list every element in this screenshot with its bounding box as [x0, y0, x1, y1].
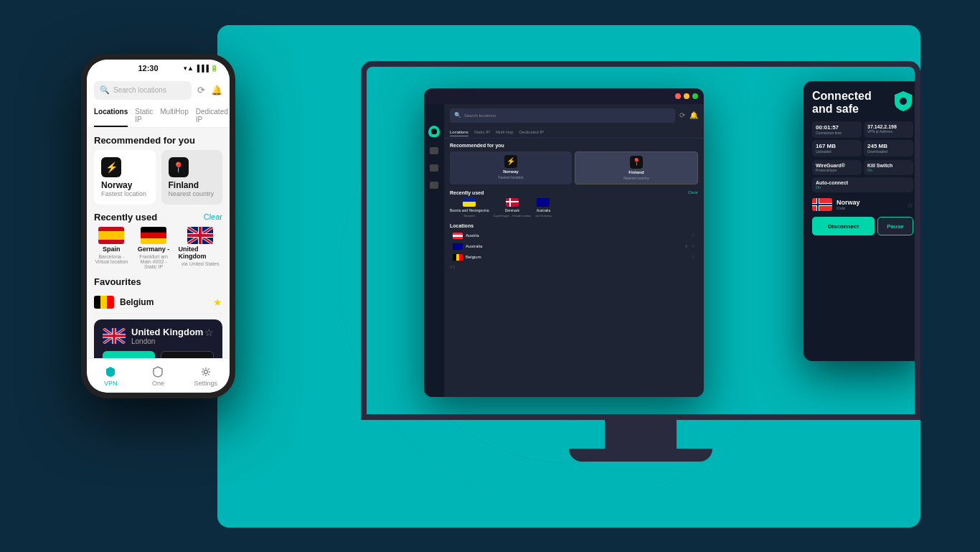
- phone-recommended-title: Recommended for you: [94, 128, 222, 150]
- monitor-stand: [605, 420, 677, 449]
- scene: 🔍 Search locations ⟳ 🔔 Locations Static …: [60, 25, 920, 528]
- flag-australia: [537, 198, 550, 207]
- norway-fav-star[interactable]: ☆: [907, 201, 913, 209]
- phone-pause-btn[interactable]: Pause: [161, 351, 215, 358]
- phone-recently-title: Recently used: [94, 212, 157, 223]
- finland-label: Finland: [628, 170, 644, 174]
- flag-austria: [453, 233, 463, 239]
- one-nav-label: One: [152, 380, 164, 387]
- bell-icon[interactable]: 🔔: [689, 111, 698, 119]
- app-main-content: 🔍 Search locations ⟳ 🔔 Locations Static …: [444, 104, 704, 397]
- kill-switch-value: On: [867, 168, 910, 172]
- phone-recent-germany[interactable]: Germany - Frankfurt am Main #002 - Stati…: [136, 227, 171, 269]
- status-icons: ▾▲ ▐▐▐ 🔋: [184, 65, 218, 72]
- locations-title: Locations: [450, 223, 698, 228]
- tab-static-ip[interactable]: Static IP: [474, 128, 490, 136]
- close-btn[interactable]: [675, 93, 681, 99]
- sidebar-icon-3[interactable]: [430, 182, 438, 189]
- phone-nav-settings[interactable]: Settings: [182, 359, 230, 393]
- pause-button[interactable]: Pause: [877, 217, 913, 235]
- rec-norway[interactable]: ⚡ Norway Fastest location: [450, 151, 572, 184]
- upload-value: 167 MB: [816, 143, 858, 149]
- tab-locations[interactable]: Locations: [450, 128, 468, 136]
- phone-tab-static[interactable]: Static IP: [135, 104, 153, 127]
- norway-connected-info: Norway Oslo: [837, 199, 903, 210]
- phone-search-placeholder: Search locations: [113, 86, 166, 94]
- sidebar-icon-1[interactable]: [430, 147, 438, 154]
- auto-connect-item: Auto-connect On: [812, 177, 913, 192]
- signal-icon: ▐▐▐: [195, 65, 209, 72]
- phone-recommended-grid: ⚡ Norway Fastest location 📍 Finland Near…: [94, 150, 222, 205]
- download-value: 245 MB: [867, 143, 910, 149]
- search-row: 🔍 Search locations ⟳ 🔔: [444, 104, 704, 127]
- connected-uk-flag: [103, 328, 126, 344]
- phone-screen: 12:30 ▾▲ ▐▐▐ 🔋 🔍 Search locations ⟳ 🔔 Lo…: [87, 60, 230, 393]
- phone-refresh-icon[interactable]: ⟳: [197, 85, 205, 95]
- disconnect-button[interactable]: Disconnect: [812, 217, 875, 235]
- phone-rec-norway[interactable]: ⚡ Norway Fastest location: [94, 150, 156, 205]
- location-belgium[interactable]: Belgium ☆: [450, 253, 698, 262]
- phone-tab-locations[interactable]: Locations: [94, 104, 128, 127]
- monitor-body: 🔍 Search locations ⟳ 🔔 Locations Static …: [361, 61, 920, 420]
- spain-name: Spain: [103, 245, 121, 253]
- phone-tab-dedicated[interactable]: Dedicated IP: [196, 104, 228, 127]
- phone-nav-one[interactable]: One: [134, 359, 182, 393]
- titlebar: [424, 88, 704, 104]
- phone-rec-finland[interactable]: 📍 Finland Nearest country: [161, 150, 223, 205]
- phone-disconnect-btn[interactable]: Disconnect: [103, 351, 155, 358]
- rec-finland[interactable]: 📍 Finland Nearest country: [575, 151, 698, 184]
- locations-list: Austria ☆ Australia ∨ ☆: [450, 231, 698, 262]
- belgium-star-icon[interactable]: ★: [213, 296, 222, 308]
- phone-recent-uk[interactable]: United Kingdom via United States: [178, 227, 222, 269]
- belgium-fav[interactable]: ☆: [691, 254, 695, 260]
- phone-fav-belgium[interactable]: Belgium ★: [94, 291, 222, 314]
- phone-bell-icon[interactable]: 🔔: [211, 85, 222, 95]
- svg-point-13: [204, 370, 207, 373]
- australia-sub: via Germany: [535, 214, 552, 217]
- maximize-btn[interactable]: [692, 93, 698, 99]
- phone-tabs: Locations Static IP MultiHop Dedicated I…: [87, 104, 230, 128]
- one-nav-icon: [151, 365, 164, 379]
- norway-sub: Fastest location: [498, 175, 523, 179]
- phone-search-input[interactable]: 🔍 Search locations: [94, 81, 192, 100]
- connected-uk-sub: London: [131, 337, 203, 345]
- recent-bosnia[interactable]: Bosnia and Herzegovina Sarajevo: [450, 198, 489, 217]
- location-austria[interactable]: Austria ☆: [450, 231, 698, 240]
- recent-denmark[interactable]: Denmark Copenhagen - Virtual location: [493, 198, 531, 217]
- phone-nav-vpn[interactable]: VPN: [87, 359, 134, 393]
- connected-card-fav[interactable]: ☆: [204, 327, 214, 338]
- recent-australia[interactable]: Australia via Germany: [535, 198, 552, 217]
- sidebar-icon-2[interactable]: [430, 164, 438, 172]
- tab-multihop[interactable]: Multi-hop: [496, 128, 514, 136]
- kill-switch-label: Kill Switch: [867, 163, 910, 168]
- phone-tab-multihop[interactable]: MultiHop: [160, 104, 188, 127]
- phone-finland-icon: 📍: [169, 157, 189, 177]
- search-box[interactable]: 🔍 Search locations: [450, 108, 675, 123]
- connected-flag-row: United Kingdom London: [103, 327, 214, 345]
- recently-title: Recently used: [450, 190, 484, 195]
- ip-label: VPN ip Address: [867, 129, 910, 134]
- phone-clear-btn[interactable]: Clear: [204, 212, 222, 221]
- australia-name: Australia: [537, 208, 550, 212]
- australia-expand[interactable]: ∨: [684, 243, 688, 249]
- phone-recent-spain[interactable]: Spain Barcelona - Virtual location: [94, 227, 129, 269]
- clear-button[interactable]: Clear: [688, 190, 698, 195]
- phone-time: 12:30: [138, 64, 158, 72]
- minimize-btn[interactable]: [684, 93, 689, 99]
- refresh-icon[interactable]: ⟳: [679, 111, 685, 119]
- australia-fav[interactable]: ☆: [691, 243, 695, 249]
- uk-name: United Kingdom: [178, 245, 222, 260]
- flag-denmark: [506, 198, 519, 207]
- phone-connected-card: ☆ United Kingdom: [94, 319, 222, 358]
- connected-uk-info: United Kingdom London: [131, 327, 203, 345]
- finland-sub: Nearest country: [623, 176, 649, 180]
- sidebar-shield-icon[interactable]: [428, 126, 440, 137]
- kill-switch-item: Kill Switch On: [864, 160, 913, 175]
- phone-action-buttons: Disconnect Pause: [103, 351, 214, 358]
- stat-upload: 167 MB Uploaded: [812, 140, 862, 156]
- location-australia[interactable]: Australia ∨ ☆: [450, 242, 698, 251]
- phone-norway-name: Norway: [101, 180, 149, 190]
- austria-fav[interactable]: ☆: [691, 233, 695, 238]
- flag-australia-list: [453, 243, 463, 250]
- tab-dedicated[interactable]: Dedicated IP: [519, 128, 544, 136]
